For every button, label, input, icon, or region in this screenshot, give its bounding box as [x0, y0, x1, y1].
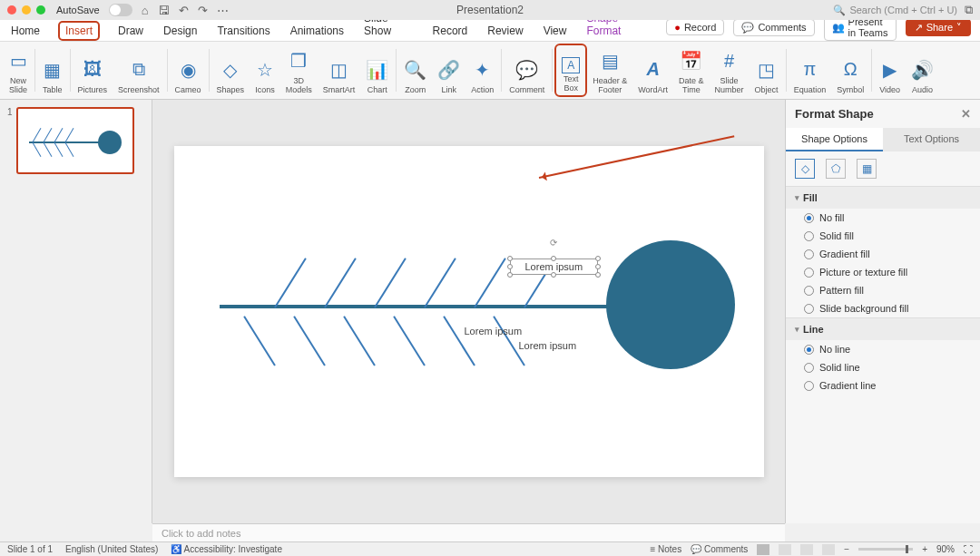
- symbol-button[interactable]: ΩSymbol: [831, 44, 869, 97]
- tab-review[interactable]: Review: [485, 21, 524, 41]
- line-no-line[interactable]: No line: [786, 340, 980, 358]
- line-section-header[interactable]: Line: [786, 318, 980, 340]
- fill-picture[interactable]: Picture or texture fill: [786, 263, 980, 281]
- share-button[interactable]: ↗ Share ˅: [906, 19, 971, 36]
- fill-solid[interactable]: Solid fill: [786, 227, 980, 245]
- close-pane-icon[interactable]: ✕: [961, 107, 971, 121]
- bone[interactable]: [474, 258, 506, 307]
- slide-thumbnail-1[interactable]: [16, 107, 134, 174]
- accessibility-status[interactable]: ♿ Accessibility: Investigate: [171, 544, 282, 554]
- resize-handle[interactable]: [595, 264, 601, 269]
- redo-icon[interactable]: ↷: [198, 4, 208, 17]
- comments-button[interactable]: 💬 Comments: [733, 19, 814, 36]
- tab-view[interactable]: View: [542, 21, 569, 41]
- notes-pane[interactable]: Click to add notes: [152, 523, 785, 541]
- fill-slide-bg[interactable]: Slide background fill: [786, 299, 980, 317]
- autosave-toggle[interactable]: [109, 4, 132, 16]
- bone[interactable]: [424, 258, 456, 307]
- line-gradient[interactable]: Gradient line: [786, 376, 980, 395]
- cameo-button[interactable]: ◉Cameo: [170, 44, 207, 97]
- shapes-button[interactable]: ◇Shapes: [211, 44, 250, 97]
- bone[interactable]: [343, 316, 376, 366]
- home-icon[interactable]: ⌂: [142, 4, 149, 17]
- slide-counter[interactable]: Slide 1 of 1: [7, 544, 53, 554]
- tab-home[interactable]: Home: [9, 21, 42, 41]
- zoom-out[interactable]: −: [844, 544, 849, 554]
- fill-section-header[interactable]: Fill: [786, 187, 980, 209]
- date-time-button[interactable]: 📅Date & Time: [673, 44, 710, 97]
- text-options-tab[interactable]: Text Options: [883, 128, 980, 151]
- slideshow-view-icon[interactable]: [822, 544, 835, 555]
- bone[interactable]: [324, 258, 357, 307]
- resize-handle[interactable]: [595, 256, 601, 261]
- zoom-slider[interactable]: [858, 548, 913, 551]
- new-slide-button[interactable]: ▭New Slide: [4, 44, 33, 97]
- fishbone-head[interactable]: [606, 240, 735, 369]
- sorter-view-icon[interactable]: [779, 544, 791, 555]
- chart-button[interactable]: 📊Chart: [360, 44, 394, 97]
- resize-handle[interactable]: [507, 272, 513, 278]
- search-box[interactable]: 🔍 Search (Cmd + Ctrl + U): [833, 5, 957, 16]
- tab-animations[interactable]: Animations: [289, 21, 346, 41]
- bone[interactable]: [293, 316, 326, 366]
- tab-design[interactable]: Design: [162, 21, 199, 41]
- line-solid[interactable]: Solid line: [786, 358, 980, 376]
- reading-view-icon[interactable]: [800, 544, 813, 555]
- wordart-button[interactable]: AWordArt: [632, 44, 673, 97]
- zoom-in[interactable]: +: [922, 544, 927, 554]
- undo-icon[interactable]: ↶: [179, 4, 189, 17]
- more-icon[interactable]: ⋯: [217, 4, 229, 17]
- fishbone-spine[interactable]: [220, 305, 610, 308]
- slide-canvas[interactable]: Lorem ipsum ⟳ Lorem ipsum Lorem ipsum: [152, 100, 785, 523]
- zoom-button[interactable]: 🔍Zoom: [398, 44, 432, 97]
- video-button[interactable]: ▶Video: [874, 44, 906, 97]
- slide[interactable]: Lorem ipsum ⟳ Lorem ipsum Lorem ipsum: [174, 146, 764, 477]
- close-window[interactable]: [7, 5, 16, 15]
- zoom-level[interactable]: 90%: [936, 544, 955, 554]
- equation-button[interactable]: πEquation: [789, 44, 832, 97]
- text-label[interactable]: Lorem ipsum: [465, 326, 523, 337]
- bone[interactable]: [374, 258, 407, 307]
- table-button[interactable]: ▦Table: [37, 44, 68, 97]
- tab-record[interactable]: Record: [431, 21, 470, 41]
- save-icon[interactable]: 🖫: [158, 4, 170, 17]
- tab-draw[interactable]: Draw: [116, 21, 145, 41]
- comments-toggle[interactable]: 💬 Comments: [691, 544, 748, 554]
- record-button[interactable]: ●Record: [666, 19, 724, 35]
- bone[interactable]: [393, 316, 426, 366]
- slide-number-button[interactable]: #Slide Number: [710, 44, 750, 97]
- link-button[interactable]: 🔗Link: [432, 44, 466, 97]
- window-controls[interactable]: [7, 5, 45, 15]
- resize-handle[interactable]: [507, 256, 513, 261]
- audio-button[interactable]: 🔊Audio: [906, 44, 939, 97]
- pictures-button[interactable]: 🖼Pictures: [73, 44, 113, 97]
- resize-handle[interactable]: [551, 272, 556, 278]
- minimize-window[interactable]: [22, 5, 31, 15]
- effects-icon[interactable]: ⬠: [826, 159, 846, 179]
- icons-button[interactable]: ☆Icons: [250, 44, 280, 97]
- smartart-button[interactable]: ◫SmartArt: [318, 44, 361, 97]
- tab-transitions[interactable]: Transitions: [215, 21, 271, 41]
- rotate-handle-icon[interactable]: ⟳: [550, 238, 557, 248]
- size-props-icon[interactable]: ▦: [857, 159, 877, 179]
- share-collab-icon[interactable]: ⧉: [965, 3, 973, 17]
- header-footer-button[interactable]: ▤Header & Footer: [587, 44, 632, 97]
- bone[interactable]: [243, 316, 276, 366]
- fill-line-icon[interactable]: ◇: [795, 159, 815, 179]
- text-box-selected[interactable]: Lorem ipsum ⟳: [510, 258, 599, 275]
- fill-no-fill[interactable]: No fill: [786, 209, 980, 227]
- maximize-window[interactable]: [36, 5, 45, 15]
- text-box-button[interactable]: AText Box: [554, 44, 587, 97]
- resize-handle[interactable]: [507, 264, 513, 269]
- notes-toggle[interactable]: ≡ Notes: [650, 544, 681, 554]
- fill-pattern[interactable]: Pattern fill: [786, 281, 980, 299]
- bone[interactable]: [443, 316, 475, 366]
- language-status[interactable]: English (United States): [65, 544, 158, 554]
- action-button[interactable]: ✦Action: [466, 44, 499, 97]
- screenshot-button[interactable]: ⧉Screenshot: [113, 44, 165, 97]
- resize-handle[interactable]: [595, 272, 601, 278]
- object-button[interactable]: ◳Object: [750, 44, 784, 97]
- normal-view-icon[interactable]: [757, 544, 769, 555]
- text-label[interactable]: Lorem ipsum: [519, 340, 577, 351]
- bone[interactable]: [274, 258, 307, 307]
